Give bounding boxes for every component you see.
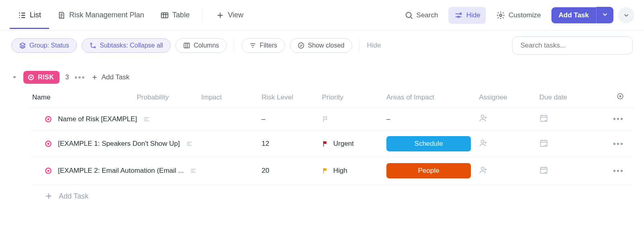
col-impact[interactable]: Impact xyxy=(201,93,262,101)
divider xyxy=(202,8,203,23)
button-label: Customize xyxy=(508,11,541,19)
row-more-menu[interactable]: ••• xyxy=(608,166,624,176)
flag-icon xyxy=(322,116,329,123)
calendar-icon[interactable] xyxy=(539,114,548,122)
status-icon[interactable] xyxy=(44,115,52,123)
expand-more-button[interactable] xyxy=(618,7,634,23)
subtask-icon xyxy=(89,42,97,49)
stack-icon xyxy=(19,42,26,49)
calendar-icon[interactable] xyxy=(539,139,548,147)
priority-cell[interactable]: Urgent xyxy=(322,140,386,148)
collapse-icon[interactable] xyxy=(11,74,18,81)
row-more-menu[interactable]: ••• xyxy=(608,139,624,149)
table-row[interactable]: Name of Risk [EXAMPLE] – – ••• xyxy=(31,108,633,130)
button-label: Hide xyxy=(466,11,480,19)
assignee-cell[interactable] xyxy=(479,166,539,176)
add-assignee-icon[interactable] xyxy=(479,139,488,147)
col-priority[interactable]: Priority xyxy=(322,93,386,101)
col-risk-level[interactable]: Risk Level xyxy=(262,93,322,101)
add-task-button[interactable]: Add Task xyxy=(551,7,596,23)
priority-label: Urgent xyxy=(333,140,354,148)
status-icon[interactable] xyxy=(44,140,52,148)
group-more-menu[interactable]: ••• xyxy=(74,73,85,82)
svg-point-14 xyxy=(481,115,484,118)
tab-risk-management-plan[interactable]: Risk Management Plan xyxy=(49,2,152,29)
tab-table[interactable]: Table xyxy=(152,2,198,29)
add-column-button[interactable] xyxy=(608,93,624,102)
tab-list[interactable]: List xyxy=(10,2,49,29)
areas-cell[interactable]: – xyxy=(386,115,479,123)
table-row[interactable]: [EXAMPLE 2: Email Automation (Email ... … xyxy=(31,157,633,184)
tab-label: Table xyxy=(172,11,190,19)
search-input[interactable] xyxy=(512,36,633,55)
task-name-cell[interactable]: Name of Risk [EXAMPLE] xyxy=(32,115,201,123)
task-name-cell[interactable]: [EXAMPLE 2: Email Automation (Email ... xyxy=(32,167,201,175)
chevron-down-icon xyxy=(601,11,609,18)
subtasks-pill[interactable]: Subtasks: Collapse all xyxy=(82,38,171,53)
svg-point-17 xyxy=(47,143,50,145)
svg-point-4 xyxy=(500,14,502,17)
tab-label: View xyxy=(228,11,244,19)
add-assignee-icon[interactable] xyxy=(479,114,488,122)
description-icon[interactable] xyxy=(143,116,150,123)
svg-point-1 xyxy=(406,12,411,17)
task-name-cell[interactable]: [EXAMPLE 1: Speakers Don't Show Up] xyxy=(32,140,201,148)
add-task-row[interactable]: Add Task xyxy=(31,184,633,208)
assignee-cell[interactable] xyxy=(479,139,539,149)
add-task-dropdown[interactable] xyxy=(596,7,613,23)
col-name[interactable]: Name xyxy=(32,93,137,101)
status-icon[interactable] xyxy=(44,167,52,175)
hide-button[interactable]: Hide xyxy=(448,7,486,24)
customize-button[interactable]: Customize xyxy=(491,7,546,24)
button-label: Add Task xyxy=(559,11,589,19)
priority-cell[interactable]: High xyxy=(322,167,386,175)
areas-cell[interactable]: Schedule xyxy=(386,136,479,151)
svg-point-6 xyxy=(94,47,95,48)
filter-hide-label[interactable]: Hide xyxy=(367,41,381,50)
svg-point-13 xyxy=(47,118,50,120)
columns-pill[interactable]: Columns xyxy=(175,38,227,53)
columns-icon xyxy=(183,42,190,49)
due-date-cell[interactable] xyxy=(539,114,608,124)
description-icon[interactable] xyxy=(190,167,197,174)
svg-point-3 xyxy=(458,16,460,17)
svg-point-10 xyxy=(30,77,32,79)
tab-label: Risk Management Plan xyxy=(69,11,144,19)
group-pill[interactable]: Group: Status xyxy=(11,38,77,53)
pill-label: Show closed xyxy=(308,42,345,49)
col-assignee[interactable]: Assignee xyxy=(479,93,539,101)
button-label: Search xyxy=(417,11,438,19)
list-icon xyxy=(18,11,27,20)
col-due[interactable]: Due date xyxy=(539,93,608,101)
plus-icon xyxy=(44,192,53,201)
status-badge-risk[interactable]: RISK xyxy=(23,71,60,84)
badge-label: RISK xyxy=(38,74,54,81)
add-assignee-icon[interactable] xyxy=(479,166,488,174)
col-areas[interactable]: Areas of Impact xyxy=(386,93,479,101)
gear-icon xyxy=(496,11,505,20)
show-closed-pill[interactable]: Show closed xyxy=(290,38,352,53)
priority-cell[interactable] xyxy=(322,116,386,123)
due-date-cell[interactable] xyxy=(539,139,608,149)
table-row[interactable]: [EXAMPLE 1: Speakers Don't Show Up] 12 U… xyxy=(31,130,633,157)
filters-pill[interactable]: Filters xyxy=(242,38,285,53)
row-more-menu[interactable]: ••• xyxy=(608,114,624,124)
col-probability[interactable]: Probability xyxy=(137,93,201,101)
risk-level-cell[interactable]: 12 xyxy=(262,140,322,148)
assignee-cell[interactable] xyxy=(479,114,539,124)
search-button[interactable]: Search xyxy=(399,7,444,24)
description-icon[interactable] xyxy=(186,140,193,147)
due-date-cell[interactable] xyxy=(539,166,608,176)
tab-add-view[interactable]: View xyxy=(208,2,252,29)
doc-pin-icon xyxy=(57,11,66,20)
svg-rect-7 xyxy=(184,43,190,48)
areas-cell[interactable]: People xyxy=(386,163,479,178)
group-count: 3 xyxy=(65,74,69,81)
pill-label: Filters xyxy=(260,42,277,49)
svg-point-2 xyxy=(460,13,462,14)
search-icon xyxy=(405,11,413,20)
risk-level-cell[interactable]: 20 xyxy=(262,167,322,175)
risk-level-cell[interactable]: – xyxy=(262,115,322,123)
group-add-task[interactable]: Add Task xyxy=(91,73,130,81)
calendar-icon[interactable] xyxy=(539,166,548,174)
